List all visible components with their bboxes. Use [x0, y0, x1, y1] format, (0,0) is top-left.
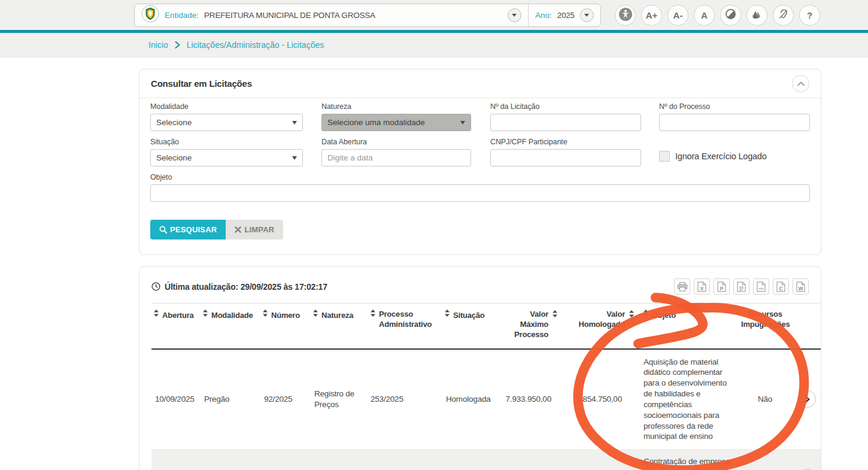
cell-valor-maximo: 2.300,00 [493, 449, 560, 470]
sort-icon[interactable] [313, 310, 318, 320]
num-licitacao-label: Nº da Licitação [490, 102, 641, 111]
col-valor-maximo[interactable]: Valor Máximo Processo [493, 304, 560, 349]
cell-situacao: Homologada [442, 449, 493, 470]
limpar-label: LIMPAR [244, 225, 274, 234]
num-processo-input[interactable] [659, 114, 810, 131]
close-icon [235, 226, 241, 233]
sort-icon[interactable] [553, 310, 557, 320]
cell-recursos: Não [737, 449, 793, 470]
modalidade-select[interactable]: Selecione [150, 114, 303, 131]
cell-actions [793, 349, 821, 450]
entity-label: Entidade: [165, 11, 199, 20]
chevron-down-icon [292, 121, 297, 125]
file-word-icon: W [796, 281, 805, 292]
col-modalidade[interactable]: Modalidade [201, 304, 260, 349]
export-toolbar: X P </> [674, 278, 809, 295]
municipality-logo [141, 5, 159, 25]
export-xml-button[interactable]: </> [753, 278, 769, 295]
cell-abertura: 10/09/2025 [151, 349, 201, 450]
entity-select[interactable]: Entidade: PREFEITURA MUNICIPAL DE PONTA … [135, 4, 529, 26]
col-situacao[interactable]: Situação [442, 304, 493, 349]
table-row[interactable]: 28/08/2025 Inexigibilidade 93/2025 Norma… [151, 449, 821, 470]
cell-numero: 93/2025 [260, 449, 311, 470]
data-abertura-input[interactable] [321, 149, 471, 166]
sort-icon[interactable] [154, 310, 159, 320]
clock-icon [151, 282, 160, 291]
cnpj-label: CNPJ/CPF Participante [490, 138, 641, 146]
cell-objeto: Aquisição de material didático complemen… [636, 349, 737, 450]
limpar-button[interactable]: LIMPAR [226, 220, 283, 239]
entity-dropdown-icon[interactable] [508, 8, 521, 22]
cell-numero: 92/2025 [260, 349, 311, 450]
collapse-panel-button[interactable] [792, 75, 809, 92]
sort-icon[interactable] [644, 310, 648, 320]
cnpj-input[interactable] [490, 149, 641, 166]
font-decrease-button[interactable]: A- [667, 5, 688, 26]
col-objeto[interactable]: Objeto [636, 304, 737, 349]
font-reset-label: A [701, 10, 708, 20]
sort-icon[interactable] [203, 310, 208, 320]
top-bar: Entidade: PREFEITURA MUNICIPAL DE PONTA … [0, 0, 868, 33]
year-value: 2025 [557, 11, 575, 20]
chevron-right-icon [175, 41, 180, 48]
pesquisar-button[interactable]: PESQUISAR [150, 220, 226, 239]
accessibility-button[interactable] [615, 5, 636, 26]
help-button[interactable]: ? [799, 5, 820, 26]
file-excel-icon: X [697, 281, 706, 292]
objeto-label: Objeto [150, 173, 810, 181]
num-licitacao-input[interactable] [490, 114, 641, 131]
hearing-ear-icon [778, 8, 789, 22]
sort-icon[interactable] [371, 310, 375, 320]
export-csv-button[interactable]: C [773, 278, 789, 295]
year-dropdown-icon[interactable] [580, 8, 594, 22]
export-txt-button[interactable] [733, 278, 749, 295]
printer-icon [677, 282, 688, 292]
col-actions [793, 304, 821, 349]
export-excel-button[interactable]: X [694, 278, 710, 295]
hearing-button[interactable] [773, 5, 794, 26]
accessibility-person-icon [618, 7, 633, 23]
chevron-down-icon [460, 121, 465, 125]
row-detail-button[interactable] [799, 390, 816, 408]
entity-value: PREFEITURA MUNICIPAL DE PONTA GROSSA [204, 11, 375, 20]
libras-hands-icon [751, 8, 763, 22]
col-processo[interactable]: Processo Administrativo [365, 304, 442, 349]
natureza-label: Natureza [321, 102, 471, 111]
search-panel: Consultar em Licitações Modalidade Selec… [139, 69, 821, 255]
font-reset-button[interactable]: A [694, 5, 715, 26]
data-abertura-label: Data Abertura [321, 138, 471, 146]
svg-text:P: P [720, 285, 724, 291]
natureza-select[interactable]: Selecione uma modalidade [321, 114, 471, 131]
contrast-button[interactable] [720, 5, 741, 26]
col-abertura[interactable]: Abertura [151, 304, 201, 349]
situacao-select[interactable]: Selecione [150, 149, 303, 166]
year-select[interactable]: Ano: 2025 [529, 4, 600, 26]
search-icon [159, 226, 167, 234]
svg-text:C: C [779, 285, 782, 291]
objeto-input[interactable] [150, 184, 810, 202]
cell-natureza: Registro de Preços [311, 349, 365, 450]
cell-modalidade: Pregão [201, 349, 260, 450]
sort-icon[interactable] [445, 310, 450, 320]
file-csv-icon: C [776, 281, 785, 292]
col-valor-homologado[interactable]: Valor Homologado [560, 304, 636, 349]
export-pdf-button[interactable]: P [714, 278, 730, 295]
libras-button[interactable] [746, 5, 767, 26]
col-numero[interactable]: Número [260, 304, 311, 349]
sort-icon[interactable] [263, 310, 268, 320]
breadcrumb-home-link[interactable]: Inicio [148, 40, 168, 50]
cell-situacao: Homologada [442, 349, 493, 450]
sort-icon[interactable] [629, 310, 634, 320]
font-increase-button[interactable]: A+ [641, 5, 662, 26]
entity-year-selector: Entidade: PREFEITURA MUNICIPAL DE PONTA … [134, 4, 601, 27]
table-row[interactable]: 10/09/2025 Pregão 92/2025 Registro de Pr… [151, 349, 821, 450]
col-natureza[interactable]: Natureza [311, 304, 365, 349]
chevron-up-icon [797, 81, 805, 86]
print-button[interactable] [674, 278, 690, 295]
cell-valor-maximo: 7.933.950,00 [493, 349, 560, 450]
col-recursos[interactable]: Recursos Impugnações [737, 304, 793, 349]
ignora-exercicio-checkbox[interactable] [659, 151, 670, 162]
export-word-button[interactable]: W [793, 278, 809, 295]
contrast-icon [725, 8, 736, 22]
results-table: Abertura Modalidade Número Natureza Proc… [151, 303, 821, 470]
